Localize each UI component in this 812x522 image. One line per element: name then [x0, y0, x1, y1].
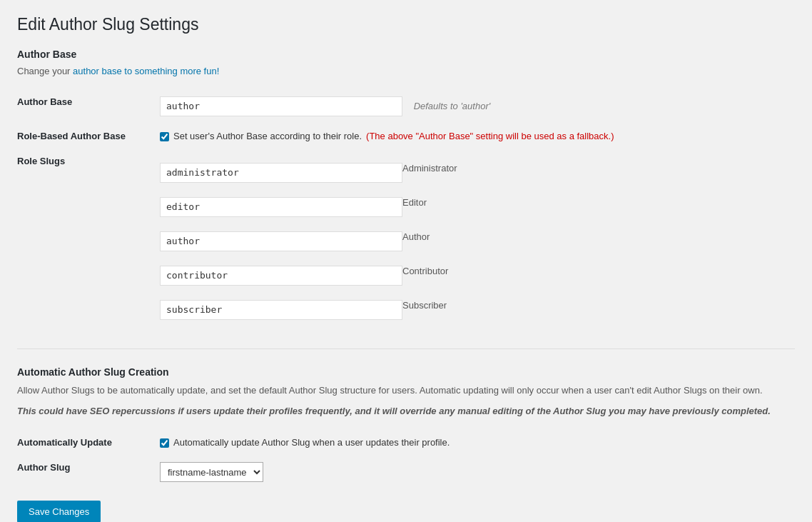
- role-based-note: (The above "Author Base" setting will be…: [366, 131, 614, 141]
- auto-update-checkbox[interactable]: [160, 438, 169, 448]
- auto-creation-desc2: This could have SEO repercussions if use…: [17, 404, 795, 419]
- author-base-label: Author Base: [17, 89, 160, 124]
- role-slug-row: Author: [160, 224, 457, 259]
- role-label-contributor: Contributor: [402, 259, 457, 293]
- auto-update-checkbox-label[interactable]: Automatically update Author Slug when a …: [160, 437, 795, 448]
- role-slug-input-subscriber[interactable]: [160, 300, 402, 320]
- auto-creation-heading: Automatic Author Slug Creation: [17, 366, 795, 378]
- role-slugs-label: Role Slugs: [17, 149, 160, 334]
- auto-update-label: Automatically Update: [17, 430, 160, 455]
- role-label-administrator: Administrator: [402, 156, 457, 190]
- author-base-section: Author Base Change your author base to s…: [17, 49, 795, 334]
- role-slug-input-contributor[interactable]: [160, 266, 402, 286]
- role-slugs-row: Role Slugs Administrator Editor Author: [17, 149, 795, 334]
- role-slug-row: Editor: [160, 190, 457, 224]
- save-changes-button[interactable]: Save Changes: [17, 501, 101, 522]
- author-base-description: Change your author base to something mor…: [17, 66, 795, 76]
- role-slugs-cell: Administrator Editor Author Contributor …: [160, 149, 795, 334]
- role-based-cell: Set user's Author Base according to thei…: [160, 124, 795, 149]
- role-slug-input-editor[interactable]: [160, 197, 402, 217]
- desc-link[interactable]: author base to something more fun!: [73, 66, 219, 76]
- page-title: Edit Author Slug Settings: [17, 14, 795, 36]
- auto-update-row: Automatically Update Automatically updat…: [17, 430, 795, 455]
- role-based-text: Set user's Author Base according to thei…: [173, 131, 362, 141]
- role-based-checkbox-label[interactable]: Set user's Author Base according to thei…: [160, 131, 795, 141]
- role-slugs-table: Administrator Editor Author Contributor …: [160, 156, 457, 327]
- desc-normal-text: Change your: [17, 66, 73, 76]
- author-slug-cell: firstname-lastnamelastname-firstnameuser…: [160, 455, 795, 489]
- auto-creation-form-table: Automatically Update Automatically updat…: [17, 430, 795, 489]
- author-base-input[interactable]: [160, 96, 402, 116]
- author-slug-row: Author Slug firstname-lastnamelastname-f…: [17, 455, 795, 489]
- author-base-form-table: Author Base Defaults to 'author' Role-Ba…: [17, 89, 795, 334]
- role-slug-row: Contributor: [160, 259, 457, 293]
- auto-update-cell: Automatically update Author Slug when a …: [160, 430, 795, 455]
- auto-creation-section: Automatic Author Slug Creation Allow Aut…: [17, 366, 795, 490]
- author-base-heading: Author Base: [17, 49, 795, 60]
- role-based-label: Role-Based Author Base: [17, 124, 160, 149]
- author-slug-label: Author Slug: [17, 455, 160, 489]
- role-based-checkbox[interactable]: [160, 132, 169, 141]
- save-button-wrapper: Save Changes: [17, 489, 795, 522]
- role-label-subscriber: Subscriber: [402, 293, 457, 327]
- auto-update-text: Automatically update Author Slug when a …: [173, 437, 450, 448]
- role-label-author: Author: [402, 224, 457, 259]
- author-base-hint: Defaults to 'author': [414, 101, 491, 111]
- role-slug-row: Subscriber: [160, 293, 457, 327]
- role-slug-input-administrator[interactable]: [160, 163, 402, 183]
- auto-creation-desc1: Allow Author Slugs to be automatically u…: [17, 383, 795, 398]
- section-divider: [17, 348, 795, 349]
- role-based-row: Role-Based Author Base Set user's Author…: [17, 124, 795, 149]
- author-base-row: Author Base Defaults to 'author': [17, 89, 795, 124]
- role-slug-input-author[interactable]: [160, 231, 402, 251]
- author-base-cell: Defaults to 'author': [160, 89, 795, 124]
- role-label-editor: Editor: [402, 190, 457, 224]
- author-slug-select[interactable]: firstname-lastnamelastname-firstnameuser…: [160, 462, 263, 482]
- role-slug-row: Administrator: [160, 156, 457, 190]
